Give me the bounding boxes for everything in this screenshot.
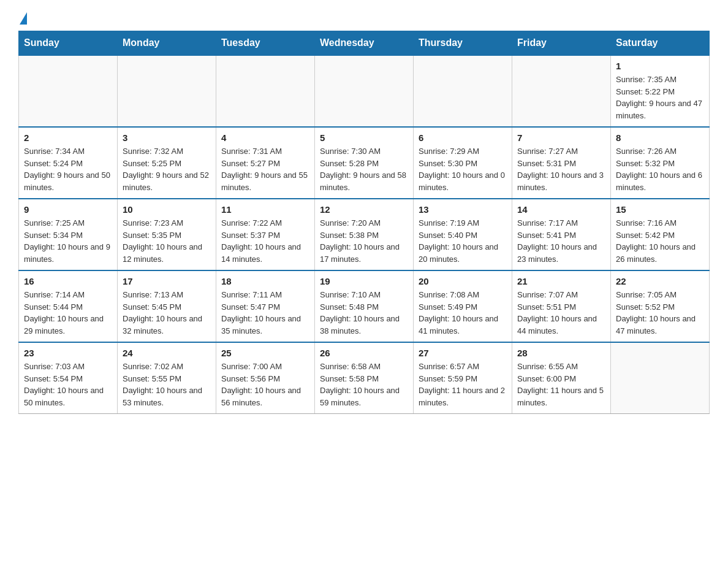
day-info: Sunrise: 7:14 AM Sunset: 5:44 PM Dayligh…	[24, 289, 112, 337]
calendar-day-cell: 3Sunrise: 7:32 AM Sunset: 5:25 PM Daylig…	[118, 127, 216, 199]
day-number: 25	[221, 348, 309, 358]
day-info: Sunrise: 7:03 AM Sunset: 5:54 PM Dayligh…	[24, 361, 112, 408]
calendar-day-cell	[216, 55, 315, 127]
day-info: Sunrise: 7:34 AM Sunset: 5:24 PM Dayligh…	[24, 145, 112, 193]
day-number: 13	[419, 204, 507, 215]
day-number: 22	[616, 276, 704, 286]
day-number: 24	[123, 348, 211, 358]
calendar-day-cell: 27Sunrise: 6:57 AM Sunset: 5:59 PM Dayli…	[414, 342, 512, 414]
calendar-day-cell: 25Sunrise: 7:00 AM Sunset: 5:56 PM Dayli…	[216, 342, 315, 414]
day-number: 7	[517, 132, 605, 143]
calendar-day-cell: 24Sunrise: 7:02 AM Sunset: 5:55 PM Dayli…	[118, 342, 216, 414]
day-number: 20	[419, 276, 507, 286]
day-number: 15	[616, 204, 704, 215]
page-header	[18, 12, 710, 25]
day-info: Sunrise: 7:35 AM Sunset: 5:22 PM Dayligh…	[616, 74, 704, 121]
calendar-day-cell: 15Sunrise: 7:16 AM Sunset: 5:42 PM Dayli…	[611, 199, 710, 270]
calendar-day-cell: 28Sunrise: 6:55 AM Sunset: 6:00 PM Dayli…	[512, 342, 611, 414]
day-number: 14	[517, 204, 605, 215]
calendar-day-cell: 26Sunrise: 6:58 AM Sunset: 5:58 PM Dayli…	[315, 342, 414, 414]
day-info: Sunrise: 7:30 AM Sunset: 5:28 PM Dayligh…	[320, 145, 408, 193]
calendar-day-cell	[118, 55, 216, 127]
calendar-day-cell: 20Sunrise: 7:08 AM Sunset: 5:49 PM Dayli…	[414, 270, 512, 342]
calendar-day-cell: 9Sunrise: 7:25 AM Sunset: 5:34 PM Daylig…	[19, 199, 118, 270]
calendar-day-cell: 1Sunrise: 7:35 AM Sunset: 5:22 PM Daylig…	[611, 55, 710, 127]
day-of-week-header: Tuesday	[216, 31, 315, 56]
day-info: Sunrise: 7:19 AM Sunset: 5:40 PM Dayligh…	[419, 217, 507, 265]
calendar-table: SundayMondayTuesdayWednesdayThursdayFrid…	[18, 31, 710, 414]
calendar-day-cell: 14Sunrise: 7:17 AM Sunset: 5:41 PM Dayli…	[512, 199, 611, 270]
day-number: 26	[320, 348, 408, 358]
day-info: Sunrise: 7:27 AM Sunset: 5:31 PM Dayligh…	[517, 145, 605, 193]
calendar-day-cell: 22Sunrise: 7:05 AM Sunset: 5:52 PM Dayli…	[611, 270, 710, 342]
calendar-day-cell: 23Sunrise: 7:03 AM Sunset: 5:54 PM Dayli…	[19, 342, 118, 414]
day-number: 1	[616, 61, 704, 71]
day-of-week-header: Sunday	[19, 31, 118, 56]
day-info: Sunrise: 7:00 AM Sunset: 5:56 PM Dayligh…	[221, 361, 309, 408]
day-number: 21	[517, 276, 605, 286]
day-info: Sunrise: 7:13 AM Sunset: 5:45 PM Dayligh…	[123, 289, 211, 337]
day-info: Sunrise: 7:20 AM Sunset: 5:38 PM Dayligh…	[320, 217, 408, 265]
day-number: 10	[123, 204, 211, 215]
calendar-day-cell	[611, 342, 710, 414]
calendar-day-cell: 4Sunrise: 7:31 AM Sunset: 5:27 PM Daylig…	[216, 127, 315, 199]
calendar-day-cell: 11Sunrise: 7:22 AM Sunset: 5:37 PM Dayli…	[216, 199, 315, 270]
calendar-day-cell: 5Sunrise: 7:30 AM Sunset: 5:28 PM Daylig…	[315, 127, 414, 199]
calendar-week-row: 23Sunrise: 7:03 AM Sunset: 5:54 PM Dayli…	[19, 342, 710, 414]
day-info: Sunrise: 7:02 AM Sunset: 5:55 PM Dayligh…	[123, 361, 211, 408]
calendar-day-cell: 10Sunrise: 7:23 AM Sunset: 5:35 PM Dayli…	[118, 199, 216, 270]
day-number: 2	[24, 132, 112, 143]
day-number: 5	[320, 132, 408, 143]
day-number: 11	[221, 204, 309, 215]
day-info: Sunrise: 7:22 AM Sunset: 5:37 PM Dayligh…	[221, 217, 309, 265]
day-number: 16	[24, 276, 112, 286]
day-info: Sunrise: 7:31 AM Sunset: 5:27 PM Dayligh…	[221, 145, 309, 193]
calendar-day-cell	[19, 55, 118, 127]
calendar-day-cell: 13Sunrise: 7:19 AM Sunset: 5:40 PM Dayli…	[414, 199, 512, 270]
day-number: 18	[221, 276, 309, 286]
day-number: 9	[24, 204, 112, 215]
day-of-week-header: Monday	[118, 31, 216, 56]
day-info: Sunrise: 7:10 AM Sunset: 5:48 PM Dayligh…	[320, 289, 408, 337]
calendar-day-cell: 17Sunrise: 7:13 AM Sunset: 5:45 PM Dayli…	[118, 270, 216, 342]
day-info: Sunrise: 7:07 AM Sunset: 5:51 PM Dayligh…	[517, 289, 605, 337]
day-info: Sunrise: 6:58 AM Sunset: 5:58 PM Dayligh…	[320, 361, 408, 408]
calendar-day-cell: 19Sunrise: 7:10 AM Sunset: 5:48 PM Dayli…	[315, 270, 414, 342]
day-number: 17	[123, 276, 211, 286]
day-info: Sunrise: 7:08 AM Sunset: 5:49 PM Dayligh…	[419, 289, 507, 337]
day-info: Sunrise: 7:32 AM Sunset: 5:25 PM Dayligh…	[123, 145, 211, 193]
calendar-day-cell: 6Sunrise: 7:29 AM Sunset: 5:30 PM Daylig…	[414, 127, 512, 199]
day-info: Sunrise: 7:26 AM Sunset: 5:32 PM Dayligh…	[616, 145, 704, 193]
day-number: 27	[419, 348, 507, 358]
calendar-day-cell: 16Sunrise: 7:14 AM Sunset: 5:44 PM Dayli…	[19, 270, 118, 342]
calendar-day-cell: 18Sunrise: 7:11 AM Sunset: 5:47 PM Dayli…	[216, 270, 315, 342]
day-of-week-header: Wednesday	[315, 31, 414, 56]
calendar-day-cell	[414, 55, 512, 127]
day-info: Sunrise: 7:23 AM Sunset: 5:35 PM Dayligh…	[123, 217, 211, 265]
day-of-week-header: Saturday	[611, 31, 710, 56]
calendar-day-cell: 8Sunrise: 7:26 AM Sunset: 5:32 PM Daylig…	[611, 127, 710, 199]
calendar-week-row: 9Sunrise: 7:25 AM Sunset: 5:34 PM Daylig…	[19, 199, 710, 270]
day-info: Sunrise: 7:25 AM Sunset: 5:34 PM Dayligh…	[24, 217, 112, 265]
logo	[18, 12, 28, 25]
day-number: 12	[320, 204, 408, 215]
day-number: 19	[320, 276, 408, 286]
day-info: Sunrise: 6:55 AM Sunset: 6:00 PM Dayligh…	[517, 361, 605, 408]
calendar-week-row: 2Sunrise: 7:34 AM Sunset: 5:24 PM Daylig…	[19, 127, 710, 199]
calendar-day-cell	[512, 55, 611, 127]
day-info: Sunrise: 7:11 AM Sunset: 5:47 PM Dayligh…	[221, 289, 309, 337]
day-info: Sunrise: 7:05 AM Sunset: 5:52 PM Dayligh…	[616, 289, 704, 337]
calendar-week-row: 16Sunrise: 7:14 AM Sunset: 5:44 PM Dayli…	[19, 270, 710, 342]
day-of-week-header: Friday	[512, 31, 611, 56]
calendar-day-cell: 12Sunrise: 7:20 AM Sunset: 5:38 PM Dayli…	[315, 199, 414, 270]
day-number: 6	[419, 132, 507, 143]
day-number: 28	[517, 348, 605, 358]
calendar-day-cell: 2Sunrise: 7:34 AM Sunset: 5:24 PM Daylig…	[19, 127, 118, 199]
logo-triangle-icon	[20, 12, 27, 25]
day-info: Sunrise: 7:17 AM Sunset: 5:41 PM Dayligh…	[517, 217, 605, 265]
day-info: Sunrise: 7:29 AM Sunset: 5:30 PM Dayligh…	[419, 145, 507, 193]
calendar-day-cell: 7Sunrise: 7:27 AM Sunset: 5:31 PM Daylig…	[512, 127, 611, 199]
day-number: 4	[221, 132, 309, 143]
calendar-day-cell	[315, 55, 414, 127]
calendar-week-row: 1Sunrise: 7:35 AM Sunset: 5:22 PM Daylig…	[19, 55, 710, 127]
